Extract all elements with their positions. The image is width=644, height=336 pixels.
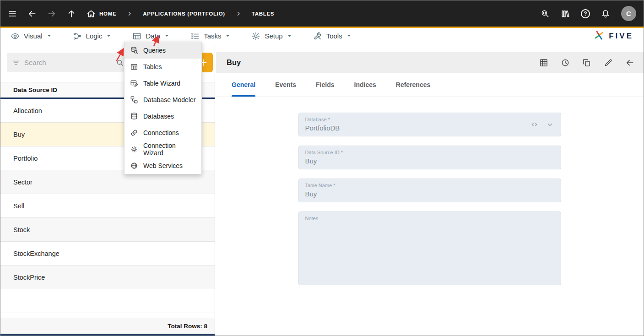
breadcrumb-applications[interactable]: APPLICATIONS (PORTFOLIO): [143, 11, 225, 16]
menubar: Visual Logic Data Tasks: [0, 28, 644, 44]
menu-item-connection-wizard[interactable]: Connection Wizard: [124, 141, 201, 157]
menu-item-label: Database Modeler: [143, 96, 195, 103]
detail-tabs: General Events Fields Indices References: [216, 73, 644, 97]
inspect-icon[interactable]: [541, 9, 550, 18]
tab-label: References: [396, 81, 431, 88]
copy-icon[interactable]: [582, 58, 591, 67]
menu-item-queries[interactable]: Queries: [124, 42, 201, 59]
edit-pencil-icon[interactable]: [604, 58, 613, 67]
notifications-icon[interactable]: [601, 9, 610, 18]
database-field-label: Database *: [305, 117, 554, 122]
tab-general[interactable]: General: [232, 73, 255, 97]
five-logo: FIVE: [593, 29, 644, 43]
chevron-down-icon[interactable]: [546, 120, 554, 129]
avatar-initial: C: [626, 10, 631, 17]
menu-item-label: Table Wizard: [143, 80, 180, 87]
list-item-stock[interactable]: Stock: [0, 218, 215, 242]
menu-item-web-services[interactable]: Web Services: [124, 157, 201, 174]
queries-icon: [130, 46, 138, 54]
menu-setup-label: Setup: [265, 32, 282, 40]
grid-view-icon[interactable]: [539, 58, 548, 67]
menu-item-table-wizard[interactable]: Table Wizard: [124, 75, 201, 92]
menu-item-label: Tables: [143, 63, 162, 70]
eye-icon: [11, 32, 20, 41]
web-services-icon: [130, 162, 138, 170]
menu-item-tables[interactable]: Tables: [124, 59, 201, 75]
record-title: Buy: [227, 58, 241, 67]
help-icon[interactable]: ?: [581, 9, 590, 18]
menu-setup[interactable]: Setup: [251, 32, 292, 41]
tab-fields[interactable]: Fields: [316, 73, 334, 97]
menu-item-label: Connection Wizard: [143, 142, 196, 157]
row-label: StockPrice: [13, 274, 45, 281]
up-icon[interactable]: [67, 9, 76, 18]
avatar[interactable]: C: [621, 6, 636, 21]
tools-icon: [313, 32, 322, 41]
tab-events[interactable]: Events: [275, 73, 296, 97]
database-modeler-icon: [130, 96, 138, 104]
row-label: StockExchange: [13, 250, 60, 257]
menu-item-database-modeler[interactable]: Database Modeler: [124, 92, 201, 108]
tab-references[interactable]: References: [396, 73, 431, 97]
app-root: HOME APPLICATIONS (PORTFOLIO) TABLES: [0, 0, 644, 336]
five-logo-text: FIVE: [609, 32, 633, 41]
menu-tools-label: Tools: [326, 32, 342, 40]
total-rows-footer: Total Rows: 8: [0, 318, 215, 336]
gear-icon: [251, 32, 260, 41]
detail-panel: Buy General Events: [216, 44, 644, 336]
row-label: Buy: [13, 131, 25, 138]
history-clock-icon[interactable]: [561, 58, 570, 67]
menu-data[interactable]: Data: [132, 32, 169, 41]
chevron-down-icon: [47, 33, 52, 38]
data-source-id-field[interactable]: Data Source ID * Buy: [298, 146, 561, 169]
data-source-id-field-value: Buy: [305, 157, 554, 165]
help-glyph: ?: [584, 11, 587, 17]
menu-tools[interactable]: Tools: [313, 32, 352, 41]
notes-field-label: Notes: [305, 216, 554, 221]
menu-item-label: Web Services: [143, 162, 183, 169]
search-icon[interactable]: [116, 59, 124, 67]
menu-item-label: Connections: [143, 129, 179, 136]
chevron-down-icon: [287, 33, 292, 38]
five-logo-icon: [593, 29, 605, 43]
notes-field[interactable]: Notes: [298, 211, 561, 285]
search-input[interactable]: [24, 59, 112, 66]
menu-item-databases[interactable]: Databases: [124, 108, 201, 125]
topbar-left: HOME APPLICATIONS (PORTFOLIO) TABLES: [8, 9, 274, 18]
menu-item-label: Databases: [143, 113, 174, 120]
back-icon[interactable]: [27, 9, 37, 18]
table-name-field[interactable]: Table Name * Buy: [298, 179, 561, 202]
topbar-right: ? C: [541, 6, 636, 21]
collapse-left-icon[interactable]: [625, 58, 634, 67]
total-rows-label: Total Rows: 8: [168, 323, 207, 330]
breadcrumb-tables[interactable]: TABLES: [252, 11, 274, 16]
library-icon[interactable]: [561, 9, 570, 18]
menu-tasks[interactable]: Tasks: [190, 32, 230, 41]
code-icon[interactable]: [530, 120, 539, 129]
chevron-down-icon: [225, 33, 230, 38]
home-icon: [87, 9, 96, 18]
list-item-sell[interactable]: Sell: [0, 194, 215, 218]
menu-data-label: Data: [146, 32, 160, 40]
list-item-stockprice[interactable]: StockPrice: [0, 266, 215, 289]
database-field-icons: [530, 120, 554, 129]
forward-icon[interactable]: [47, 9, 56, 18]
database-field[interactable]: Database * PortfolioDB: [298, 113, 561, 136]
search-box[interactable]: [7, 53, 129, 72]
menu-logic[interactable]: Logic: [73, 32, 112, 41]
breadcrumb-home[interactable]: HOME: [87, 9, 116, 18]
row-label: Sector: [13, 179, 32, 186]
databases-icon: [130, 112, 138, 120]
logic-flow-icon: [73, 32, 82, 41]
menu-icon[interactable]: [8, 9, 17, 18]
database-field-value: PortfolioDB: [305, 124, 554, 132]
tab-indices[interactable]: Indices: [354, 73, 376, 97]
tasks-list-icon: [190, 32, 200, 41]
list-item-empty: [0, 289, 215, 313]
detail-header: Buy: [216, 52, 644, 73]
menu-visual[interactable]: Visual: [11, 32, 52, 41]
general-form: Database * PortfolioDB Data Source ID * …: [216, 97, 644, 285]
data-menu-dropdown: Queries Tables Table Wizard Database Mod…: [124, 42, 202, 174]
menu-item-connections[interactable]: Connections: [124, 125, 201, 141]
list-item-stockexchange[interactable]: StockExchange: [0, 242, 215, 266]
